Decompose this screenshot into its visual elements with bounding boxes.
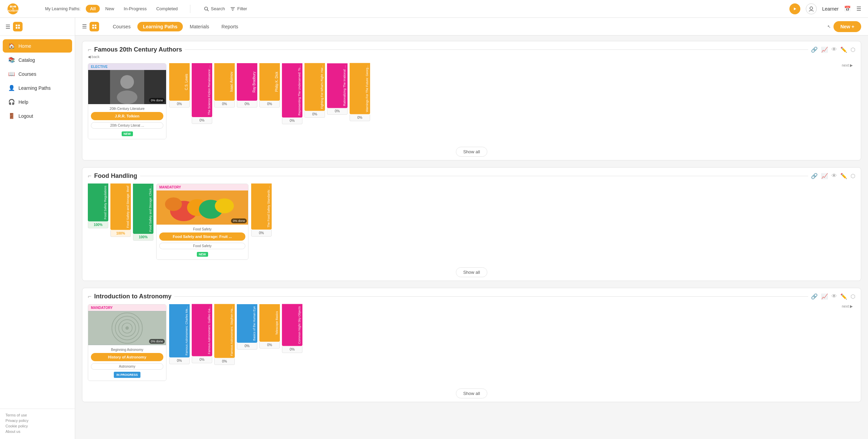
sidebar-item-learning-paths[interactable]: 👤 Learning Paths (3, 81, 72, 95)
svg-point-5 (12, 8, 14, 10)
sidebar-item-courses[interactable]: 📖 Courses (3, 67, 72, 81)
bar-night-sky: Common Night Sky Objects (282, 304, 302, 346)
sidebar-item-logout[interactable]: 🚪 Logout (3, 109, 72, 123)
sidebar-item-catalog[interactable]: 📚 Catalog (3, 53, 72, 67)
filter-button[interactable]: Filter (230, 6, 247, 11)
tab-learning-paths[interactable]: Learning Paths (137, 22, 183, 31)
topbar-tab-completed[interactable]: Completed (152, 5, 182, 13)
astro-cube-icon[interactable]: ⬡ (851, 293, 855, 300)
course-card-cs-lewis[interactable]: C.S. Lewis 0% (169, 63, 190, 108)
course-bar-cs-lewis: C.S. Lewis (169, 63, 190, 101)
pencil-icon[interactable]: ✏️ (840, 46, 847, 53)
tab-materials[interactable]: Materials (184, 22, 215, 31)
course-card-fighting[interactable]: Fighting For What's Right: Har... 0% (304, 63, 325, 118)
astro-title-btn[interactable]: History of Astronomy (91, 353, 163, 361)
astro-status: IN PROGRESS (91, 371, 163, 378)
lp-courses-authors: ELECTIVE 0% done 20th Century Literature (82, 59, 861, 143)
food-course-regulations[interactable]: Food Safety Regulations 100% (88, 184, 108, 228)
sidebar-menu-icon[interactable]: ☰ (5, 24, 10, 30)
food-pencil-icon[interactable]: ✏️ (840, 173, 847, 179)
chart-icon[interactable]: 📈 (821, 46, 828, 53)
eye-icon[interactable]: 👁 (831, 46, 837, 53)
astro-course-telescope[interactable]: Telescope Basics 0% (259, 304, 280, 349)
astro-image: 0% done (88, 311, 166, 345)
cube-icon[interactable]: ⬡ (851, 46, 855, 53)
astro-eye-icon[interactable]: 👁 (831, 293, 837, 300)
sidebar-item-home[interactable]: 🏠 Home (3, 39, 72, 53)
course-bar-bradbury: Ray Bradbury (237, 63, 257, 101)
astro-course-charles[interactable]: Famous Astronomers: Charles Me... 0% (169, 304, 190, 364)
bar-chicken: Food Safety and Storage: Chick... (133, 184, 153, 234)
course-card-warnings[interactable]: Warnings For The Future: Georg... 0% (350, 63, 370, 121)
astro-link-icon[interactable]: 🔗 (811, 293, 818, 300)
show-all-btn-authors[interactable]: Show all (456, 147, 487, 157)
course-card-representing[interactable]: Representing The Underserved: To... 0% (282, 63, 302, 124)
food-course-standards[interactable]: The Food Safety Standards: ... 0% (251, 184, 272, 237)
back-nav-authors[interactable]: ◀ back (88, 55, 99, 59)
sidebar-grid-icon[interactable] (13, 22, 23, 31)
food-link-icon[interactable]: 🔗 (811, 173, 818, 179)
sidebar-item-home-label: Home (18, 43, 31, 49)
play-button[interactable] (789, 3, 800, 14)
tab-courses[interactable]: Courses (107, 22, 136, 31)
astro-course-stephen[interactable]: Famous Astronomers: Stephen Ha... 0% (214, 304, 235, 365)
food-cube-icon[interactable]: ⬡ (851, 173, 855, 179)
course-card-asimov[interactable]: Isaac Asimov 0% (214, 63, 235, 108)
lp-section-header-authors: ⌐ Famous 20th Century Authors 🔗 📈 👁 ✏️ ⬡ (82, 41, 861, 53)
astro-course-galileo[interactable]: Famous Astronomers: Galileo Ga... 0% (192, 304, 212, 363)
topbar-tab-inprogress[interactable]: In-Progress (120, 5, 151, 13)
course-card-philip-dick[interactable]: Philip K. Dick 0% (259, 63, 280, 108)
lp-sections: ⌐ Famous 20th Century Authors 🔗 📈 👁 ✏️ ⬡… (75, 36, 868, 414)
show-all-btn-astro[interactable]: Show all (456, 388, 487, 398)
course-card-sci-fi[interactable]: The Science Fiction Renaissance: ... 0% (192, 63, 212, 124)
food-course-chicken[interactable]: Food Safety and Storage: Chick... 100% (133, 184, 153, 241)
hamburger-menu-icon[interactable]: ☰ (856, 5, 861, 12)
astro-chart-icon[interactable]: 📈 (821, 293, 828, 300)
course-pct-warnings: 0% (350, 114, 370, 121)
featured-card-astro[interactable]: MANDATORY 0% done (88, 304, 166, 381)
food-course-beef[interactable]: Food Safety and Storage: Beef 100% (110, 184, 131, 237)
main-layout: ☰ 🏠 Home 📚 Catalog 📖 Courses (0, 18, 868, 439)
user-name: Learner (822, 6, 839, 12)
pct-night-sky: 0% (282, 346, 302, 353)
tab-reports[interactable]: Reports (216, 22, 244, 31)
subnav-grid-icon[interactable] (90, 22, 99, 31)
about-link[interactable]: About us (5, 429, 69, 434)
svg-point-28 (215, 198, 234, 213)
food-category: Food Safety (159, 227, 245, 231)
search-button[interactable]: Search (204, 6, 225, 11)
course-card-bradbury[interactable]: Ray Bradbury 0% (237, 63, 257, 108)
course-bar-warnings: Warnings For The Future: Georg... (350, 63, 370, 114)
lp-section-astronomy: ⌐ Introduction to Astronomy 🔗 📈 👁 ✏️ ⬡ M… (82, 288, 861, 402)
subnav-menu-icon[interactable]: ☰ (82, 23, 87, 30)
grid-icon (15, 24, 20, 29)
calendar-icon[interactable]: 📅 (844, 5, 851, 12)
food-title-btn[interactable]: Food Safety and Storage: Fruit ... (159, 232, 245, 241)
featured-card-food[interactable]: MANDATORY 0% done (156, 184, 248, 260)
new-button[interactable]: New + (833, 21, 861, 32)
privacy-link[interactable]: Privacy policy (5, 419, 69, 423)
astro-pencil-icon[interactable]: ✏️ (840, 293, 847, 300)
topbar-tab-new[interactable]: New (101, 5, 118, 13)
sidebar-item-help[interactable]: 🎧 Help (3, 95, 72, 109)
terms-link[interactable]: Terms of use (5, 413, 69, 417)
tolkien-title-btn[interactable]: J.R.R. Tolkien (91, 112, 163, 120)
link-icon[interactable]: 🔗 (811, 46, 818, 53)
course-bar-fighting: Fighting For What's Right: Har... (304, 63, 325, 111)
astro-course-night-sky[interactable]: Common Night Sky Objects 0% (282, 304, 302, 353)
topbar-tab-all[interactable]: All (86, 5, 100, 13)
bar-human-eye: Basics of the Human Eye (237, 304, 257, 343)
user-avatar[interactable] (806, 3, 817, 14)
course-card-rationalizing[interactable]: Rationalizing The Irrational: ... 0% (327, 63, 348, 115)
astro-course-human-eye[interactable]: Basics of the Human Eye 0% (237, 304, 257, 350)
sidebar-top: ☰ (0, 18, 75, 36)
food-eye-icon[interactable]: 👁 (831, 173, 837, 179)
astro-bracket: ⌐ (88, 293, 92, 300)
cookie-link[interactable]: Cookie policy (5, 424, 69, 428)
show-all-btn-food[interactable]: Show all (456, 267, 487, 277)
next-nav-authors[interactable]: next ▶ (842, 63, 853, 68)
featured-card-tolkien[interactable]: ELECTIVE 0% done 20th Century Literature (88, 63, 166, 139)
next-nav-astro[interactable]: next ▶ (842, 304, 853, 309)
food-chart-icon[interactable]: 📈 (821, 173, 828, 179)
lp-courses-food: Food Safety Regulations 100% Food Safety… (82, 180, 861, 264)
